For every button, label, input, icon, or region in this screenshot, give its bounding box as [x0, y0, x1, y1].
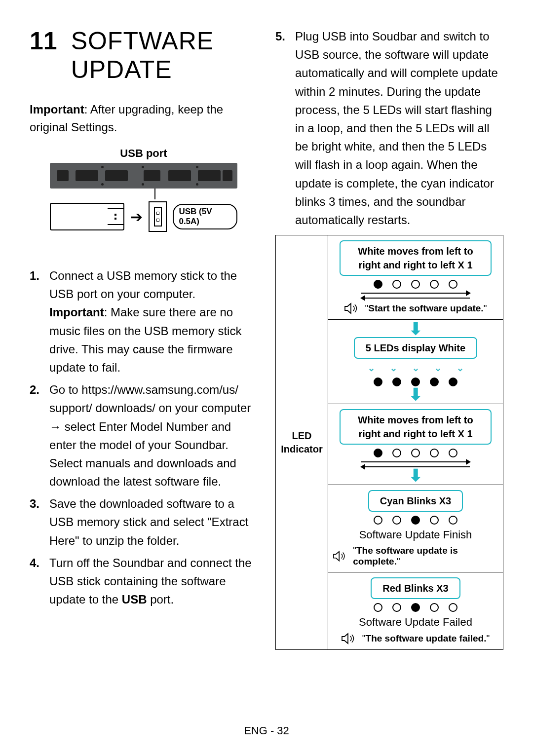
arrow-right-icon: ➔ — [130, 208, 143, 226]
led-scan-text-2: White moves from left to right and right… — [340, 409, 491, 445]
usb-port-label: USB (5V 0.5A) — [173, 204, 237, 229]
voice-start-text: Start the software update. — [368, 303, 483, 313]
five-white-text: 5 LEDs display White — [354, 337, 477, 359]
voice-failed-text: The software update failed. — [366, 633, 487, 643]
voice-complete-text: The software update is complete. — [353, 545, 458, 567]
led-row-five-white: ⬇ 5 LEDs display White ⌄⌄⌄⌄⌄ ⬇ — [328, 320, 503, 404]
led-indicator-row-header: LED Indicator — [276, 235, 328, 649]
voice-complete-line: "The software update is complete." — [333, 545, 498, 567]
led-dots-red — [374, 603, 457, 612]
led-row-scan-1: White moves from left to right and right… — [328, 235, 503, 320]
led-row-red: Red Blinks X3 Software Update Failed "Th… — [328, 572, 503, 649]
speaker-icon — [333, 550, 346, 562]
led-row-scan-2: White moves from left to right and right… — [328, 404, 503, 485]
step-1: Connect a USB memory stick to the USB po… — [30, 266, 258, 377]
arrow-right-line — [361, 293, 470, 294]
led-indicator-table: LED Indicator White moves from left to r… — [275, 235, 503, 650]
soundbar-back-illustration — [50, 163, 237, 189]
arrow-left-line — [361, 466, 470, 467]
step-1-important-label: Important — [49, 305, 104, 319]
failed-text: Software Update Failed — [359, 616, 472, 629]
down-arrow-icon: ⬇ — [409, 471, 422, 480]
voice-failed-line: "The software update failed." — [342, 633, 490, 644]
page-footer: ENG - 32 — [0, 724, 533, 737]
important-label: Important — [30, 103, 84, 116]
step-2: Go to https://www.samsung.com/us/ suppor… — [30, 380, 258, 491]
speaker-icon — [344, 302, 358, 314]
down-arrow-icon: ⬇ — [409, 325, 422, 333]
led-scan-text-1: White moves from left to right and right… — [340, 240, 491, 276]
step-5: Plug USB into Soudbar and switch to USB … — [275, 27, 503, 229]
step-4-usb-bold: USB — [122, 593, 147, 606]
step-1-text: Connect a USB memory stick to the USB po… — [49, 269, 237, 301]
chapter-heading: 11 SOFTWARE UPDATE — [30, 27, 258, 84]
chapter-title: SOFTWARE UPDATE — [71, 27, 258, 84]
red-blinks-text: Red Blinks X3 — [371, 577, 460, 599]
arrow-left-line — [361, 298, 470, 299]
step-4-text-c: port. — [147, 593, 174, 606]
chevron-row: ⌄⌄⌄⌄⌄ — [368, 363, 464, 374]
step-4: Turn off the Soundbar and connect the US… — [30, 554, 258, 609]
step-3: Save the downloaded software to a USB me… — [30, 494, 258, 550]
led-dots-scan-1 — [374, 280, 457, 289]
speaker-icon — [342, 633, 355, 644]
step-2-text: Go to https://www.samsung.com/us/ suppor… — [49, 383, 251, 488]
finish-text: Software Update Finish — [359, 529, 472, 541]
usb-port-caption: USB port — [50, 147, 237, 160]
usb-figure: USB port ➔ USB (5V 0.5A) — [50, 147, 237, 232]
arrow-right-line — [361, 461, 470, 462]
usb-stick-illustration — [50, 203, 124, 230]
important-note: Important: After upgrading, keep the ori… — [30, 101, 258, 136]
led-dots-scan-2 — [374, 449, 457, 457]
step-3-text: Save the downloaded software to a USB me… — [49, 497, 248, 547]
chapter-number: 11 — [30, 29, 57, 53]
voice-start-line: "Start the software update." — [344, 302, 487, 314]
cyan-blinks-text: Cyan Blinks X3 — [368, 490, 463, 512]
led-dots-cyan — [374, 516, 457, 525]
down-arrow-icon: ⬇ — [409, 390, 422, 399]
usb-port-illustration — [149, 201, 167, 232]
step-5-text: Plug USB into Soudbar and switch to USB … — [295, 30, 498, 227]
led-row-cyan: Cyan Blinks X3 Software Update Finish "T… — [328, 485, 503, 572]
